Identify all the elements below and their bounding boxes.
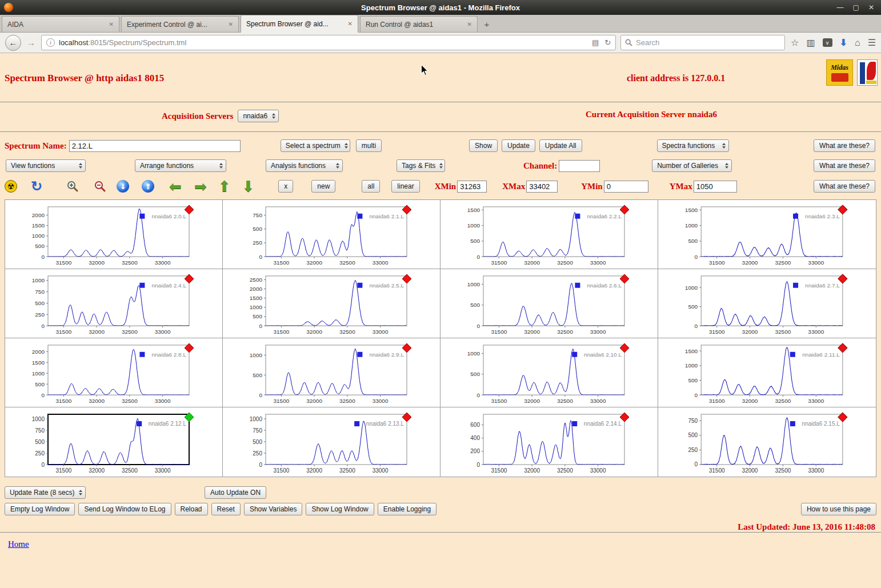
radiation-icon[interactable]: ☢ xyxy=(5,180,17,193)
tab-close-icon[interactable]: ✕ xyxy=(229,21,233,27)
svg-text:33000: 33000 xyxy=(808,467,824,474)
browser-tab-2[interactable]: Spectrum Browser @ aid...✕ xyxy=(241,15,358,33)
vertical-unzoom-icon[interactable]: ⇓ xyxy=(117,180,129,193)
spectrum-cell-nnaida6-2-7-L[interactable]: 0500100031500320003250033000nnaida6 2.7.… xyxy=(658,269,876,338)
number-of-galleries-value: Number of Galleries xyxy=(657,162,718,170)
tab-close-icon[interactable]: ✕ xyxy=(467,21,472,27)
xmin-input[interactable] xyxy=(457,181,487,193)
spectrum-cell-nnaida6-2-1-L[interactable]: 025050075031500320003250033000nnaida6 2.… xyxy=(223,200,440,269)
spectrum-cell-nnaida6-2-0-L[interactable]: 050010001500200031500320003250033000nnai… xyxy=(5,200,223,269)
svg-text:200: 200 xyxy=(470,448,480,454)
maximize-button[interactable]: ▢ xyxy=(853,3,859,11)
log-button-empty-log-window[interactable]: Empty Log Window xyxy=(5,503,75,515)
tab-close-icon[interactable]: ✕ xyxy=(109,21,114,27)
ymax-input[interactable] xyxy=(694,181,737,193)
minimize-button[interactable]: — xyxy=(837,3,844,11)
svg-text:1000: 1000 xyxy=(250,416,263,422)
url-bar[interactable]: i localhost:8015/Spectrum/Spectrum.tml ▤… xyxy=(41,35,616,50)
svg-text:400: 400 xyxy=(470,435,480,441)
reader-mode-icon[interactable]: ▤ xyxy=(592,38,599,47)
log-button-reset[interactable]: Reset xyxy=(211,503,241,515)
what-are-these-button-1[interactable]: What are these? xyxy=(814,139,875,152)
ymin-input[interactable] xyxy=(604,181,648,193)
institute-logo[interactable] xyxy=(857,59,878,86)
update-all-button[interactable]: Update All xyxy=(539,139,582,152)
shift-down-icon[interactable]: ⬇ xyxy=(242,179,255,194)
forward-button[interactable]: → xyxy=(26,38,37,47)
spectrum-cell-nnaida6-2-14-L[interactable]: 020040060031500320003250033000nnaida6 2.… xyxy=(440,407,658,477)
auto-update-button[interactable]: Auto Update ON xyxy=(205,486,266,499)
zoom-in-icon[interactable] xyxy=(66,180,79,193)
linear-button[interactable]: linear xyxy=(391,180,419,193)
spectrum-cell-nnaida6-2-10-L[interactable]: 0500100031500320003250033000nnaida6 2.10… xyxy=(440,338,658,407)
search-bar[interactable] xyxy=(620,35,785,50)
refresh-spectra-icon[interactable]: ↻ xyxy=(31,180,42,193)
home-link[interactable]: Home xyxy=(8,539,29,549)
spectrum-cell-nnaida6-2-11-L[interactable]: 05001000150031500320003250033000nnaida6 … xyxy=(658,338,876,407)
browser-tab-3[interactable]: Run Control @ aidas1✕ xyxy=(360,16,478,32)
spectrum-cell-nnaida6-2-6-L[interactable]: 0500100031500320003250033000nnaida6 2.6.… xyxy=(440,269,658,338)
multi-button[interactable]: multi xyxy=(356,139,382,152)
analysis-functions-select[interactable]: Analysis functions xyxy=(266,159,343,172)
tab-close-icon[interactable]: ✕ xyxy=(348,21,353,27)
spectrum-cell-nnaida6-2-12-L[interactable]: 0250500750100031500320003250033000nnaida… xyxy=(5,407,223,477)
menu-icon[interactable]: ☰ xyxy=(868,37,876,48)
site-info-icon[interactable]: i xyxy=(46,38,55,47)
view-functions-select[interactable]: View functions xyxy=(6,159,86,172)
bookmarks-menu-icon[interactable]: ▥ xyxy=(806,37,815,48)
update-button[interactable]: Update xyxy=(502,139,535,152)
spectrum-cell-nnaida6-2-15-L[interactable]: 025050075031500320003250033000nnaida6 2.… xyxy=(658,407,876,477)
footer-row-2: Empty Log WindowSend Log Window to ELogR… xyxy=(5,503,876,515)
log-button-show-variables[interactable]: Show Variables xyxy=(244,503,303,515)
spectrum-name-input[interactable] xyxy=(69,140,241,152)
spectrum-cell-nnaida6-2-4-L[interactable]: 0250500750100031500320003250033000nnaida… xyxy=(5,269,223,338)
svg-text:32500: 32500 xyxy=(339,259,355,266)
x-button[interactable]: x xyxy=(278,180,293,193)
all-button[interactable]: all xyxy=(362,180,380,193)
new-button[interactable]: new xyxy=(311,180,335,193)
spectrum-cell-nnaida6-2-9-L[interactable]: 0500100031500320003250033000nnaida6 2.9.… xyxy=(223,338,440,407)
spectrum-cell-nnaida6-2-13-L[interactable]: 0250500750100031500320003250033000nnaida… xyxy=(223,407,440,477)
search-input[interactable] xyxy=(636,38,780,47)
bookmark-star-icon[interactable]: ☆ xyxy=(791,37,799,48)
spectrum-cell-nnaida6-2-3-L[interactable]: 05001000150031500320003250033000nnaida6 … xyxy=(658,200,876,269)
zoom-out-icon[interactable] xyxy=(94,180,106,193)
close-button[interactable]: ✕ xyxy=(868,3,874,11)
spectrum-cell-nnaida6-2-2-L[interactable]: 05001000150031500320003250033000nnaida6 … xyxy=(440,200,658,269)
what-are-these-button-3[interactable]: What are these? xyxy=(814,180,875,193)
midas-logo[interactable]: Midas xyxy=(826,59,853,86)
svg-text:500: 500 xyxy=(253,372,262,378)
downloads-icon[interactable]: ⬇ xyxy=(840,37,847,48)
pocket-icon[interactable]: ∨ xyxy=(823,38,832,47)
arrange-functions-select[interactable]: Arrange functions xyxy=(135,159,226,172)
spectrum-cell-nnaida6-2-5-L[interactable]: 0500100015002000250031500320003250033000… xyxy=(223,269,440,338)
log-button-show-log-window[interactable]: Show Log Window xyxy=(306,503,374,515)
shift-up-icon[interactable]: ⬆ xyxy=(218,179,231,194)
select-a-spectrum-select[interactable]: Select a spectrum xyxy=(281,139,350,152)
shift-left-icon[interactable]: ⬅ xyxy=(169,179,182,194)
how-to-use-button[interactable]: How to use this page xyxy=(801,503,876,515)
log-button-reload[interactable]: Reload xyxy=(175,503,208,515)
log-button-send-log-window-to-elog[interactable]: Send Log Window to ELog xyxy=(78,503,171,515)
number-of-galleries-select[interactable]: Number of Galleries xyxy=(652,159,732,172)
xmax-input[interactable] xyxy=(526,181,558,193)
update-rate-select[interactable]: Update Rate (8 secs) xyxy=(5,486,86,499)
browser-tab-1[interactable]: Experiment Control @ ai...✕ xyxy=(121,16,239,32)
vertical-zoom-icon[interactable]: ⇑ xyxy=(142,180,154,193)
browser-tab-0[interactable]: AIDA✕ xyxy=(2,16,119,32)
back-button[interactable]: ← xyxy=(5,35,21,51)
what-are-these-button-2[interactable]: What are these? xyxy=(814,159,875,172)
shift-right-icon[interactable]: ➡ xyxy=(194,179,207,194)
svg-text:31500: 31500 xyxy=(709,467,725,474)
channel-input[interactable] xyxy=(559,160,600,172)
tags-fits-select[interactable]: Tags & Fits xyxy=(397,159,445,172)
acquisition-server-select[interactable]: nnaida6 xyxy=(238,110,279,122)
svg-text:1000: 1000 xyxy=(250,304,263,310)
new-tab-button[interactable]: + xyxy=(479,17,494,31)
show-button[interactable]: Show xyxy=(469,139,498,152)
home-icon[interactable]: ⌂ xyxy=(855,38,860,48)
log-button-enable-logging[interactable]: Enable Logging xyxy=(378,503,437,515)
reload-icon[interactable]: ↻ xyxy=(604,38,611,47)
spectra-functions-select[interactable]: Spectra functions xyxy=(657,139,729,152)
spectrum-cell-nnaida6-2-8-L[interactable]: 050010001500200031500320003250033000nnai… xyxy=(5,338,223,407)
